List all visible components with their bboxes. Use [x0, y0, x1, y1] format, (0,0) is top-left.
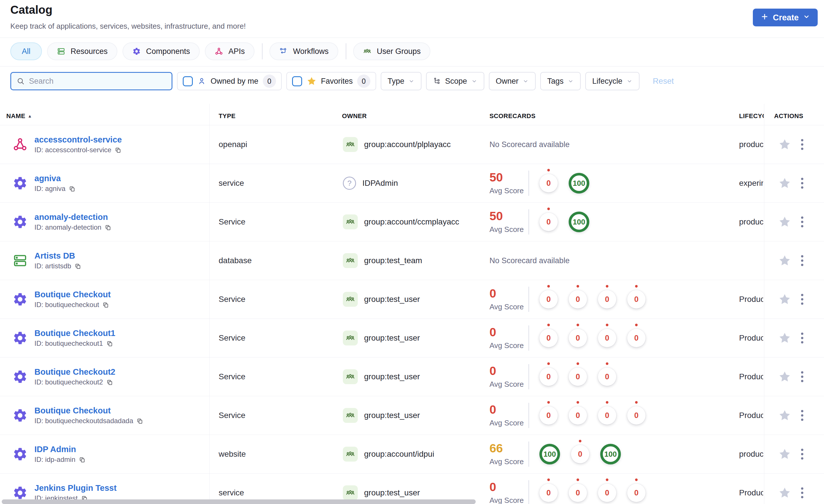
scorecard-badge[interactable]: 0 — [539, 174, 558, 193]
scorecard-badge[interactable]: 0 — [598, 406, 616, 424]
horizontal-scrollbar[interactable] — [2, 499, 476, 504]
scorecard-badge[interactable]: 0 — [627, 290, 645, 308]
entity-name-link[interactable]: Artists DB — [34, 252, 81, 260]
owned-by-me-checkbox[interactable] — [183, 76, 193, 86]
favorite-star-button[interactable] — [778, 215, 791, 229]
kebab-menu-button[interactable] — [800, 332, 805, 345]
scorecard-badge[interactable]: 0 — [569, 484, 587, 502]
copy-icon[interactable] — [75, 263, 81, 269]
column-header-owner[interactable]: OWNER — [342, 112, 367, 120]
favorites-filter[interactable]: Favorites 0 — [286, 72, 376, 90]
kebab-menu-button[interactable] — [800, 293, 805, 306]
scorecard-badge[interactable]: 0 — [539, 368, 558, 386]
kebab-menu-button[interactable] — [800, 254, 805, 267]
page-title: Catalog — [10, 3, 53, 16]
favorite-star-button[interactable] — [778, 370, 791, 383]
copy-icon[interactable] — [69, 185, 76, 192]
lifecycle-filter-dropdown[interactable]: Lifecycle — [585, 72, 639, 90]
scorecard-badge[interactable]: 0 — [569, 329, 587, 347]
kebab-menu-button[interactable] — [800, 486, 805, 499]
copy-icon[interactable] — [106, 340, 113, 347]
entity-name-link[interactable]: agniva — [34, 174, 76, 182]
entity-name-link[interactable]: Boutique Checkout — [34, 290, 111, 299]
type-filter-dropdown[interactable]: Type — [381, 72, 422, 90]
tab-apis[interactable]: APIs — [205, 42, 254, 60]
kebab-menu-button[interactable] — [800, 370, 805, 383]
scorecard-badge[interactable]: 100 — [600, 444, 621, 465]
scorecard-badge[interactable]: 0 — [598, 368, 616, 386]
favorite-star-button[interactable] — [778, 448, 791, 461]
scorecard-badge[interactable]: 0 — [627, 484, 645, 502]
scope-filter-dropdown[interactable]: Scope — [426, 72, 484, 90]
copy-icon[interactable] — [136, 418, 143, 424]
scorecard-badge[interactable]: 0 — [598, 290, 616, 308]
tags-filter-dropdown[interactable]: Tags — [540, 72, 581, 90]
scorecard-badge[interactable]: 0 — [569, 368, 587, 386]
kebab-menu-button[interactable] — [800, 138, 805, 151]
search-box[interactable] — [10, 72, 173, 90]
entity-name-link[interactable]: IDP Admin — [34, 445, 86, 454]
person-icon — [197, 77, 206, 86]
kebab-menu-button[interactable] — [800, 448, 805, 461]
entity-name-link[interactable]: anomaly-detection — [34, 213, 111, 221]
column-header-lifecycle[interactable]: LIFECYC — [739, 112, 764, 120]
favorite-star-button[interactable] — [778, 409, 791, 422]
scorecard-badge[interactable]: 100 — [539, 444, 560, 465]
owned-by-me-filter[interactable]: Owned by me 0 — [177, 72, 282, 90]
tab-all[interactable]: All — [10, 42, 42, 60]
scorecard-badge[interactable]: 0 — [539, 329, 558, 347]
entity-name-link[interactable]: Boutique Checkout1 — [34, 329, 115, 338]
scope-icon — [433, 77, 441, 85]
kebab-menu-button[interactable] — [800, 176, 805, 190]
favorite-star-button[interactable] — [778, 293, 791, 306]
name-cell: agnivaID: agniva — [12, 174, 76, 192]
type-cell: service — [219, 178, 244, 188]
scorecard-badge[interactable]: 0 — [569, 290, 587, 308]
copy-icon[interactable] — [79, 457, 86, 463]
scorecard-badge[interactable]: 100 — [569, 173, 589, 194]
copy-icon[interactable] — [105, 224, 111, 231]
entity-name-link[interactable]: Boutique Checkout2 — [34, 368, 115, 376]
chevron-down-icon — [408, 78, 415, 84]
scorecard-badge[interactable]: 0 — [627, 329, 645, 347]
favorite-star-button[interactable] — [778, 176, 791, 190]
entity-name-link[interactable]: accesscontrol-service — [34, 136, 122, 144]
search-input[interactable] — [29, 77, 167, 86]
scorecard-badge[interactable]: 0 — [569, 406, 587, 424]
favorite-star-button[interactable] — [778, 138, 791, 151]
actions-cell — [778, 176, 805, 190]
copy-icon[interactable] — [102, 301, 109, 308]
scorecard-badge[interactable]: 0 — [539, 406, 558, 424]
create-button[interactable]: Create — [753, 9, 818, 26]
scorecard-badge[interactable]: 0 — [598, 329, 616, 347]
copy-icon[interactable] — [115, 147, 121, 153]
scorecard-badge[interactable]: 0 — [539, 484, 558, 502]
tab-workflows[interactable]: Workflows — [270, 42, 338, 60]
scorecard-badge[interactable]: 0 — [598, 484, 616, 502]
lifecycle-cell: produc — [739, 450, 763, 459]
kebab-menu-button[interactable] — [800, 215, 805, 229]
owner-filter-dropdown[interactable]: Owner — [489, 72, 536, 90]
scorecard-badge[interactable]: 0 — [539, 213, 558, 231]
tab-user-groups[interactable]: User Groups — [353, 42, 430, 60]
entity-id: ID: accesscontrol-service — [34, 146, 122, 153]
column-header-type[interactable]: TYPE — [219, 112, 235, 120]
table-row: anomaly-detectionID: anomaly-detectionSe… — [0, 203, 824, 241]
reset-filters-button[interactable]: Reset — [653, 77, 674, 86]
kebab-menu-button[interactable] — [800, 409, 805, 422]
scorecard-badge[interactable]: 0 — [539, 290, 558, 308]
copy-icon[interactable] — [106, 379, 113, 386]
favorite-star-button[interactable] — [778, 332, 791, 345]
column-header-name[interactable]: NAME▲ — [6, 112, 32, 120]
tab-components[interactable]: Components — [122, 42, 200, 60]
scorecard-badge[interactable]: 100 — [569, 212, 589, 232]
column-header-scorecards[interactable]: SCORECARDS — [490, 112, 535, 120]
favorite-star-button[interactable] — [778, 486, 791, 499]
favorite-star-button[interactable] — [778, 254, 791, 267]
entity-name-link[interactable]: Boutique Checkout — [34, 406, 143, 415]
scorecard-badge[interactable]: 0 — [571, 445, 589, 463]
scorecard-badge[interactable]: 0 — [627, 406, 645, 424]
entity-name-link[interactable]: Jenkins Plugin Tesst — [34, 484, 116, 492]
tab-resources[interactable]: Resources — [47, 42, 117, 60]
favorites-checkbox[interactable] — [292, 76, 302, 86]
